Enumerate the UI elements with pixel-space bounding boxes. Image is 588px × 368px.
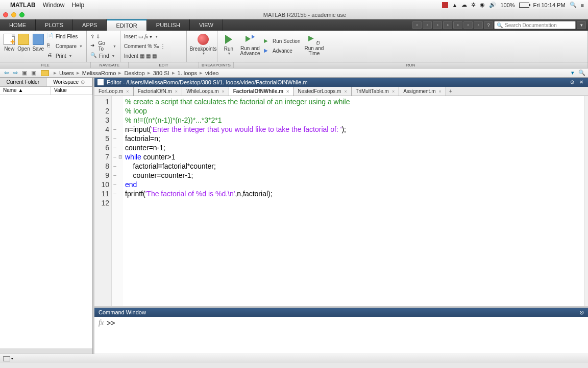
qat-button[interactable]: ▫: [463, 21, 473, 29]
file-tab[interactable]: ForLoop.m×: [94, 87, 134, 96]
app-menu[interactable]: MATLAB: [10, 2, 36, 9]
message-bar[interactable]: [584, 96, 588, 306]
menubar-icon[interactable]: ☁: [461, 2, 467, 8]
tab-plots[interactable]: PLOTS: [36, 19, 73, 31]
breadcrumb[interactable]: video: [205, 70, 218, 76]
open-button[interactable]: Open: [16, 32, 31, 60]
tab-editor[interactable]: EDITOR: [107, 19, 146, 31]
new-tab-button[interactable]: +: [446, 87, 455, 96]
goto-button[interactable]: ➜Go To▼: [89, 41, 118, 51]
find-files-button[interactable]: 📄Find Files: [45, 32, 84, 41]
close-tab-icon[interactable]: ×: [392, 89, 395, 94]
menubar-icon[interactable]: ▲: [452, 2, 458, 8]
panel-scrollbar[interactable]: [0, 349, 92, 354]
file-tab[interactable]: TriMultTable.m×: [352, 87, 399, 96]
run-time-button[interactable]: ▶⏱ Run and Time: [302, 32, 326, 60]
forward-button[interactable]: ⇨: [11, 70, 19, 77]
breadcrumb[interactable]: 1. loops: [178, 70, 198, 76]
insert-section-button[interactable]: ▭: [138, 34, 143, 39]
file-tab[interactable]: FactorialOfN.m×: [134, 87, 183, 96]
path-dropdown[interactable]: ▾: [569, 70, 577, 77]
qat-button[interactable]: ▫: [423, 21, 432, 29]
breadcrumb[interactable]: Users: [59, 70, 74, 76]
save-button[interactable]: Save: [31, 32, 45, 60]
minimize-ribbon-button[interactable]: ▾: [577, 21, 586, 29]
wifi-icon[interactable]: ◉: [480, 2, 485, 8]
doc-search[interactable]: 🔍 Search Documentation: [494, 21, 576, 29]
zoom-button[interactable]: [19, 12, 24, 17]
find-button[interactable]: 🔍Find▼: [89, 51, 118, 60]
nav-arrows[interactable]: ⇪ ⇩: [89, 32, 118, 41]
col-name[interactable]: Name ▲: [0, 87, 51, 95]
cmdwin-menu-button[interactable]: ⊙: [579, 309, 584, 316]
tab-publish[interactable]: PUBLISH: [147, 19, 190, 31]
wrap-comment-button[interactable]: ⋮: [160, 43, 165, 49]
workspace-body[interactable]: [0, 95, 92, 349]
breadcrumb[interactable]: Desktop: [124, 70, 144, 76]
back-button[interactable]: ⇦: [2, 70, 10, 77]
editor-close-button[interactable]: ✕: [578, 79, 585, 85]
file-tab[interactable]: FactorialOfNWhile.m×: [229, 87, 294, 96]
editor-dock-button[interactable]: ⊙: [569, 79, 576, 85]
notification-icon[interactable]: ≡: [581, 2, 584, 8]
breadcrumb[interactable]: MelissaRomo: [82, 70, 116, 76]
advance-button[interactable]: ▶Advance: [262, 47, 302, 56]
spotlight-icon[interactable]: 🔍: [570, 2, 577, 8]
breadcrumb[interactable]: 380 SI: [153, 70, 169, 76]
qat-button[interactable]: ▫: [412, 21, 422, 29]
close-tab-icon[interactable]: ×: [175, 89, 178, 94]
qat-button[interactable]: ▫: [474, 21, 483, 29]
col-value[interactable]: Value: [51, 87, 92, 95]
code-editor[interactable]: 123456789101112 –––––––– ⊟ % create a sc…: [94, 96, 588, 306]
workspace-tab[interactable]: Workspace ⊙: [46, 78, 93, 86]
file-tab[interactable]: Assignment.m×: [399, 87, 446, 96]
panel-menu-icon[interactable]: ⊙: [81, 79, 85, 85]
help-menu[interactable]: Help: [71, 2, 84, 9]
window-menu[interactable]: Window: [43, 2, 65, 9]
breakpoints-button[interactable]: Breakpoints ▼: [189, 32, 217, 55]
insert-more-button[interactable]: ▾: [150, 34, 152, 39]
close-tab-icon[interactable]: ×: [286, 89, 289, 94]
close-tab-icon[interactable]: ×: [126, 89, 129, 94]
smart-indent-button[interactable]: ▦: [140, 53, 144, 59]
qat-button[interactable]: ▫: [453, 21, 462, 29]
tab-apps[interactable]: APPS: [73, 19, 107, 31]
status-dropdown[interactable]: ▾: [11, 357, 13, 361]
code-content[interactable]: % create a script that calculates the fa…: [123, 96, 584, 306]
qat-button[interactable]: ▫: [443, 21, 452, 29]
decrease-indent-button[interactable]: ▦: [152, 53, 157, 59]
tab-view[interactable]: VIEW: [190, 19, 223, 31]
increase-indent-button[interactable]: ▦: [146, 53, 151, 59]
fx-icon[interactable]: fx: [99, 319, 104, 327]
close-button[interactable]: [3, 12, 8, 17]
compare-button[interactable]: ⎘Compare▼: [45, 41, 84, 51]
new-button[interactable]: ✚ New: [2, 32, 16, 60]
path-search-icon[interactable]: 🔍: [578, 70, 586, 77]
run-advance-button[interactable]: Run and Advance: [238, 32, 262, 60]
command-window[interactable]: fx >>: [94, 317, 588, 354]
up-button[interactable]: ▣: [20, 70, 29, 77]
qat-button[interactable]: ▫: [433, 21, 442, 29]
insert-fx-button[interactable]: fx: [144, 34, 148, 39]
uncomment-button[interactable]: ‰: [154, 43, 159, 49]
run-button[interactable]: Run ▼: [219, 32, 238, 60]
file-tab[interactable]: NestedForLoops.m×: [293, 87, 351, 96]
menubar-icon[interactable]: [442, 2, 448, 8]
volume-icon[interactable]: 🔊: [489, 2, 496, 8]
tab-home[interactable]: HOME: [0, 19, 36, 31]
close-tab-icon[interactable]: ×: [222, 89, 224, 94]
run-section-button[interactable]: ▶Run Section: [262, 37, 302, 46]
comment-button[interactable]: %: [148, 43, 152, 49]
current-folder-tab[interactable]: Current Folder: [0, 78, 46, 86]
fold-gutter[interactable]: ⊟: [118, 96, 123, 306]
print-button[interactable]: 🖨Print▼: [45, 51, 84, 60]
minimize-button[interactable]: [11, 12, 16, 17]
file-tab[interactable]: WhileLoops.m×: [182, 87, 229, 96]
menubar-icon[interactable]: ✲: [471, 2, 476, 8]
clock[interactable]: Fri 10:14 PM: [533, 2, 566, 8]
battery-icon[interactable]: [519, 3, 529, 8]
help-button[interactable]: ?: [484, 21, 493, 29]
close-tab-icon[interactable]: ×: [439, 89, 442, 94]
browse-button[interactable]: ▣: [30, 70, 38, 77]
close-tab-icon[interactable]: ×: [344, 89, 347, 94]
